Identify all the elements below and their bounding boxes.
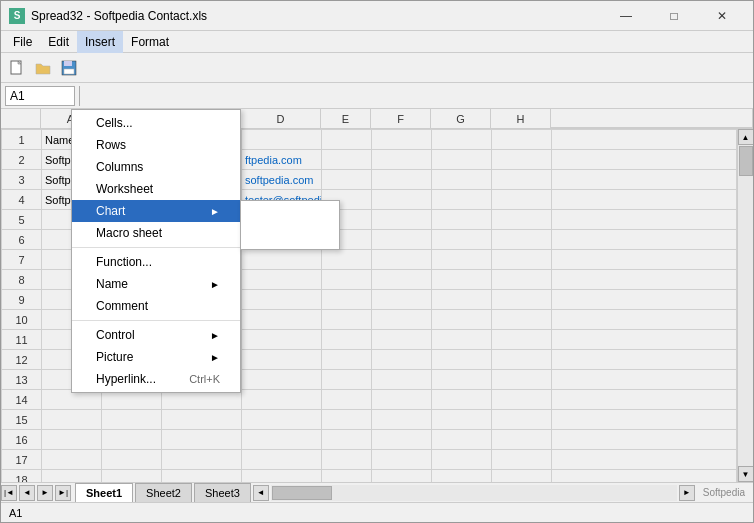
grid-cell[interactable] — [322, 290, 372, 310]
grid-cell-extra[interactable] — [552, 170, 737, 190]
grid-cell[interactable] — [432, 130, 492, 150]
insert-cells[interactable]: Cells... — [72, 112, 240, 134]
grid-cell[interactable] — [432, 270, 492, 290]
grid-cell[interactable] — [372, 450, 432, 470]
grid-cell[interactable] — [432, 190, 492, 210]
chart-sheet[interactable]: Sheet — [241, 203, 339, 225]
menu-edit[interactable]: Edit — [40, 31, 77, 53]
grid-cell-extra[interactable] — [552, 130, 737, 150]
insert-chart[interactable]: Chart ► Sheet Object — [72, 200, 240, 222]
grid-cell[interactable] — [432, 230, 492, 250]
grid-cell-extra[interactable] — [552, 310, 737, 330]
grid-cell-extra[interactable] — [552, 470, 737, 483]
grid-cell[interactable] — [322, 430, 372, 450]
grid-cell-extra[interactable] — [552, 330, 737, 350]
grid-cell[interactable] — [432, 430, 492, 450]
minimize-button[interactable]: — — [603, 1, 649, 31]
grid-cell[interactable] — [372, 330, 432, 350]
grid-cell[interactable] — [322, 170, 372, 190]
grid-cell-extra[interactable] — [552, 250, 737, 270]
grid-cell[interactable] — [322, 150, 372, 170]
grid-cell[interactable] — [492, 250, 552, 270]
grid-cell[interactable] — [322, 410, 372, 430]
insert-control[interactable]: Control ► — [72, 324, 240, 346]
insert-hyperlink[interactable]: Hyperlink... Ctrl+K — [72, 368, 240, 390]
close-button[interactable]: ✕ — [699, 1, 745, 31]
grid-cell[interactable] — [492, 170, 552, 190]
grid-cell[interactable] — [492, 450, 552, 470]
grid-cell[interactable] — [242, 330, 322, 350]
sheet-tab-sheet1[interactable]: Sheet1 — [75, 483, 133, 503]
grid-cell[interactable] — [242, 310, 322, 330]
grid-cell[interactable] — [432, 250, 492, 270]
grid-cell[interactable] — [322, 350, 372, 370]
grid-cell[interactable] — [322, 330, 372, 350]
scroll-down-button[interactable]: ▼ — [738, 466, 754, 482]
grid-cell[interactable] — [242, 370, 322, 390]
insert-columns[interactable]: Columns — [72, 156, 240, 178]
grid-cell[interactable] — [162, 450, 242, 470]
grid-cell[interactable] — [432, 210, 492, 230]
insert-rows[interactable]: Rows — [72, 134, 240, 156]
grid-cell-extra[interactable] — [552, 370, 737, 390]
grid-cell[interactable] — [492, 410, 552, 430]
grid-cell[interactable] — [162, 410, 242, 430]
grid-cell[interactable] — [492, 190, 552, 210]
insert-comment[interactable]: Comment — [72, 295, 240, 317]
grid-cell[interactable] — [42, 430, 102, 450]
grid-cell[interactable] — [102, 470, 162, 483]
grid-cell-extra[interactable] — [552, 210, 737, 230]
sheet-tab-prev[interactable]: ◄ — [19, 485, 35, 501]
grid-cell[interactable] — [372, 410, 432, 430]
grid-cell-extra[interactable] — [552, 150, 737, 170]
grid-cell[interactable] — [162, 470, 242, 483]
grid-cell-extra[interactable] — [552, 450, 737, 470]
grid-cell[interactable] — [372, 250, 432, 270]
name-box[interactable]: A1 — [5, 86, 75, 106]
grid-cell[interactable]: softpedia.com — [242, 170, 322, 190]
grid-cell[interactable] — [432, 290, 492, 310]
menu-file[interactable]: File — [5, 31, 40, 53]
grid-cell[interactable] — [322, 370, 372, 390]
grid-cell[interactable] — [322, 450, 372, 470]
grid-cell[interactable] — [432, 370, 492, 390]
scroll-up-button[interactable]: ▲ — [738, 129, 754, 145]
grid-cell[interactable] — [372, 370, 432, 390]
grid-cell[interactable] — [372, 170, 432, 190]
grid-cell[interactable] — [372, 310, 432, 330]
grid-cell[interactable]: ftpedia.com — [242, 150, 322, 170]
grid-cell[interactable] — [42, 470, 102, 483]
grid-cell[interactable] — [492, 210, 552, 230]
grid-cell-extra[interactable] — [552, 230, 737, 250]
grid-cell[interactable] — [162, 430, 242, 450]
grid-cell[interactable] — [492, 370, 552, 390]
grid-cell[interactable] — [242, 130, 322, 150]
grid-cell[interactable] — [432, 470, 492, 483]
scroll-right-button[interactable]: ► — [679, 485, 695, 501]
grid-cell[interactable] — [492, 310, 552, 330]
grid-cell[interactable] — [432, 310, 492, 330]
scroll-left-button[interactable]: ◄ — [253, 485, 269, 501]
grid-cell[interactable] — [372, 210, 432, 230]
grid-cell[interactable] — [432, 450, 492, 470]
open-button[interactable] — [31, 56, 55, 80]
menu-format[interactable]: Format — [123, 31, 177, 53]
grid-cell-extra[interactable] — [552, 190, 737, 210]
grid-cell[interactable] — [372, 430, 432, 450]
chart-object[interactable]: Object — [241, 225, 339, 247]
sheet-tab-last[interactable]: ►| — [55, 485, 71, 501]
grid-cell[interactable] — [492, 230, 552, 250]
grid-cell[interactable] — [432, 150, 492, 170]
sheet-tab-sheet3[interactable]: Sheet3 — [194, 483, 251, 503]
grid-cell[interactable] — [102, 410, 162, 430]
grid-cell[interactable] — [322, 310, 372, 330]
grid-cell[interactable] — [322, 390, 372, 410]
grid-cell[interactable] — [492, 150, 552, 170]
grid-cell-extra[interactable] — [552, 350, 737, 370]
grid-cell[interactable] — [372, 270, 432, 290]
grid-cell[interactable] — [432, 410, 492, 430]
grid-cell[interactable] — [432, 170, 492, 190]
grid-cell[interactable] — [242, 470, 322, 483]
grid-cell[interactable] — [492, 390, 552, 410]
grid-cell-extra[interactable] — [552, 390, 737, 410]
